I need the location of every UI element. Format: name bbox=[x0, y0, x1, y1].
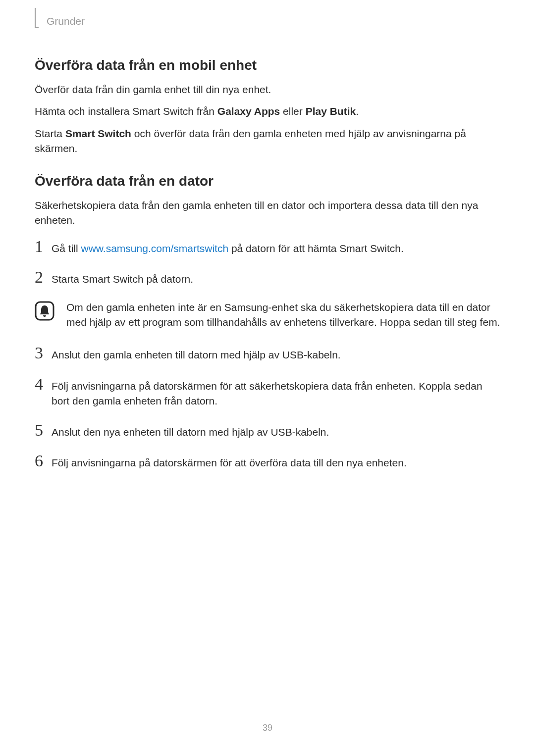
bold-text: Smart Switch bbox=[65, 128, 131, 139]
step-2: 2 Starta Smart Switch på datorn. bbox=[35, 269, 500, 287]
section2-heading: Överföra data från en dator bbox=[35, 173, 500, 189]
bold-text: Play Butik bbox=[306, 105, 356, 117]
section1-p2: Hämta och installera Smart Switch från G… bbox=[35, 104, 500, 119]
text-fragment: Hämta och installera Smart Switch från bbox=[35, 105, 217, 117]
step-5: 5 Anslut den nya enheten till datorn med… bbox=[35, 422, 500, 440]
text-fragment: eller bbox=[280, 105, 305, 117]
page-number: 39 bbox=[0, 723, 535, 733]
step-number: 2 bbox=[35, 269, 52, 286]
text-fragment: Gå till bbox=[52, 243, 81, 254]
text-fragment: på datorn för att hämta Smart Switch. bbox=[228, 243, 404, 254]
step-number: 6 bbox=[35, 453, 52, 469]
step-number: 1 bbox=[35, 238, 52, 255]
numbered-steps: 1 Gå till www.samsung.com/smartswitch på… bbox=[35, 238, 500, 287]
section2-intro: Säkerhetskopiera data från den gamla enh… bbox=[35, 198, 500, 228]
step-6: 6 Följ anvisningarna på datorskärmen för… bbox=[35, 453, 500, 470]
text-fragment: . bbox=[356, 105, 359, 117]
numbered-steps-continued: 3 Anslut den gamla enheten till datorn m… bbox=[35, 345, 500, 470]
note-text: Om den gamla enheten inte är en Samsung-… bbox=[66, 300, 500, 330]
step-body: Starta Smart Switch på datorn. bbox=[52, 269, 193, 287]
step-4: 4 Följ anvisningarna på datorskärmen för… bbox=[35, 376, 500, 409]
page-header: Grunder bbox=[35, 15, 500, 28]
step-number: 5 bbox=[35, 422, 52, 439]
step-body: Följ anvisningarna på datorskärmen för a… bbox=[52, 453, 407, 470]
step-body: Anslut den gamla enheten till datorn med… bbox=[52, 345, 341, 362]
step-1: 1 Gå till www.samsung.com/smartswitch på… bbox=[35, 238, 500, 256]
section1-p1: Överför data från din gamla enhet till d… bbox=[35, 82, 500, 97]
breadcrumb: Grunder bbox=[47, 15, 85, 27]
note-callout: Om den gamla enheten inte är en Samsung-… bbox=[35, 300, 500, 330]
bold-text: Galaxy Apps bbox=[217, 105, 280, 117]
smartswitch-link[interactable]: www.samsung.com/smartswitch bbox=[81, 243, 229, 254]
step-number: 4 bbox=[35, 376, 52, 393]
text-fragment: Starta bbox=[35, 128, 65, 139]
step-number: 3 bbox=[35, 345, 52, 361]
step-3: 3 Anslut den gamla enheten till datorn m… bbox=[35, 345, 500, 362]
section1-heading: Överföra data från en mobil enhet bbox=[35, 57, 500, 73]
step-body: Följ anvisningarna på datorskärmen för a… bbox=[52, 376, 500, 409]
step-body: Gå till www.samsung.com/smartswitch på d… bbox=[52, 238, 404, 256]
bell-note-icon bbox=[35, 301, 54, 321]
step-body: Anslut den nya enheten till datorn med h… bbox=[52, 422, 329, 440]
section1-p3: Starta Smart Switch och överför data frå… bbox=[35, 126, 500, 156]
header-tick-decoration bbox=[35, 8, 39, 28]
